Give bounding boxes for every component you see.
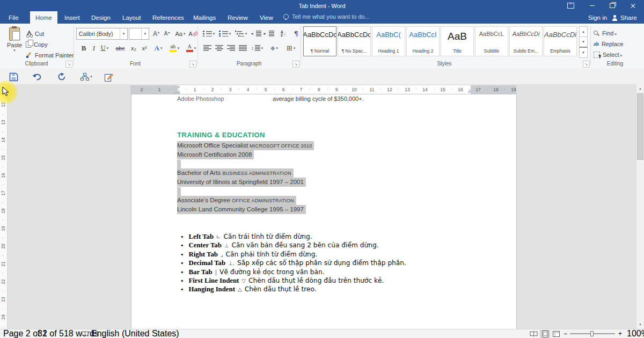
subscript-button[interactable]: x₂	[129, 42, 138, 54]
select-button[interactable]: Select	[594, 50, 622, 59]
style-subtle-emphasis[interactable]: AaBbCcDi Subtle Em...	[509, 26, 543, 56]
tab-references[interactable]: References	[147, 11, 189, 24]
zoom-slider-thumb[interactable]	[590, 331, 594, 336]
selected-text-caps: OFFICE ADMINISTRATION	[232, 198, 294, 203]
edit-document-button[interactable]	[103, 71, 115, 82]
font-name-combo[interactable]: Calibri (Body) ▾	[76, 28, 128, 40]
restore-button[interactable]	[602, 0, 623, 11]
style-emphasis[interactable]: AaBbCcDi Emphasis	[544, 26, 577, 56]
style-heading1[interactable]: AaBbC( Heading 1	[372, 26, 405, 56]
borders-button[interactable]: ⊞	[283, 42, 298, 54]
selected-line: Lincoln Land Community College 1995 – 19…	[177, 205, 306, 214]
ruler-number: 18	[1, 208, 6, 213]
cut-button[interactable]: Cut	[26, 28, 44, 39]
format-painter-button[interactable]: Format Painter	[26, 49, 74, 61]
v-ruler[interactable]: 12131415161718192021222324·············	[0, 94, 8, 329]
find-button[interactable]: Find	[594, 29, 617, 38]
styles-scroll-up-button[interactable]: ▴	[579, 26, 588, 37]
tell-me-box[interactable]: Tell me what you want to do...	[283, 13, 370, 20]
bullet-icon: •	[180, 269, 184, 276]
web-layout-button[interactable]	[551, 330, 561, 337]
style-title[interactable]: AaB Title	[441, 26, 474, 56]
read-mode-button[interactable]	[529, 330, 539, 337]
underline-button[interactable]: U	[99, 42, 111, 54]
sign-in-link[interactable]: Sign in	[583, 11, 612, 24]
tab-review[interactable]: Review	[222, 11, 253, 24]
bullet-list-button[interactable]	[202, 28, 216, 39]
styles-dialog-launcher[interactable]: ↘	[583, 61, 590, 68]
selected-text: Associate’s Degree	[177, 197, 232, 203]
font-color-button[interactable]: A	[185, 42, 197, 54]
ruler-number: ·	[167, 86, 169, 92]
font-dialog-launcher[interactable]: ↘	[189, 61, 196, 68]
ruler-number: 21	[1, 261, 6, 266]
align-left-button[interactable]	[202, 42, 213, 54]
superscript-button[interactable]: x²	[140, 42, 149, 54]
multilevel-list-button[interactable]	[234, 28, 248, 39]
paragraph-dialog-launcher[interactable]: ↘	[292, 61, 299, 68]
align-center-button[interactable]	[214, 42, 224, 54]
styles-scroll-down-button[interactable]: ▾	[579, 36, 588, 47]
print-layout-button[interactable]	[540, 330, 550, 337]
tab-design[interactable]: Design	[86, 11, 116, 24]
share-button[interactable]: Share	[612, 14, 637, 21]
scroll-down-button[interactable]: ▾	[636, 321, 644, 328]
show-formatting-marks-button[interactable]: ¶	[292, 28, 301, 39]
shading-button[interactable]: ◆	[267, 42, 281, 54]
ruler-number: 14	[1, 137, 6, 142]
paste-button[interactable]: Paste ▾	[4, 27, 25, 59]
style-subtitle[interactable]: AaBbCcL Subtitle	[475, 26, 508, 56]
ruler-number: ·	[433, 86, 435, 92]
sort-button[interactable]: AZ↓	[277, 28, 290, 39]
language-indicator[interactable]: English (United States)	[89, 329, 181, 338]
save-button[interactable]	[8, 71, 19, 82]
style-normal[interactable]: AaBbCcDc ¶ Normal	[303, 26, 336, 56]
scroll-up-button[interactable]: ▴	[636, 85, 644, 92]
smartart-tool-button[interactable]	[78, 71, 94, 82]
ruler-tick: ·	[2, 288, 4, 293]
decrease-indent-button[interactable]: ◂	[250, 28, 262, 39]
h-ruler[interactable]: 2112345678910111213141516171819·········…	[130, 85, 516, 94]
clipboard-dialog-launcher[interactable]: ↘	[65, 61, 72, 68]
numbered-list-button[interactable]	[218, 28, 232, 39]
zoom-in-button[interactable]: +	[616, 329, 624, 338]
style-no-spacing[interactable]: AaBbCcDc ¶ No Spac...	[338, 26, 371, 56]
ruler-number: ·	[309, 86, 311, 92]
strikethrough-button[interactable]: abc	[114, 42, 127, 54]
bold-button[interactable]: B	[79, 42, 88, 54]
ribbon-display-options-button[interactable]: ⌃	[560, 0, 581, 11]
tab-file[interactable]: File	[3, 11, 24, 24]
highlight-color-button[interactable]: ab	[167, 42, 181, 54]
change-case-button[interactable]: Aa	[174, 28, 187, 39]
style-heading2[interactable]: AaBbCcI Heading 2	[406, 26, 440, 56]
undo-button[interactable]	[31, 71, 43, 82]
styles-more-button[interactable]: ▾	[579, 47, 588, 58]
underline-label: U	[101, 44, 106, 52]
copy-button[interactable]: Copy	[26, 39, 48, 50]
clear-formatting-button[interactable]: A	[188, 28, 199, 39]
ruler-number: 6	[282, 87, 285, 92]
shrink-font-button[interactable]: A▾	[162, 28, 172, 39]
tab-home[interactable]: Home	[30, 11, 57, 24]
line-spacing-button[interactable]: ↕	[250, 42, 264, 54]
italic-button[interactable]: I	[90, 42, 98, 54]
redo-button[interactable]	[56, 71, 68, 82]
close-button[interactable]	[623, 0, 643, 11]
tab-layout[interactable]: Layout	[117, 11, 147, 24]
align-right-button[interactable]	[225, 42, 236, 54]
tab-mailings[interactable]: Mailings	[188, 11, 221, 24]
increase-indent-button[interactable]: ▸	[263, 28, 275, 39]
tab-insert[interactable]: Insert	[59, 11, 85, 24]
lightbulb-icon	[283, 14, 289, 19]
scrollbar-thumb[interactable]	[637, 93, 643, 160]
style-preview: AaBbCcL	[479, 31, 504, 37]
text-effects-button[interactable]: A	[152, 42, 164, 54]
tab-view[interactable]: View	[254, 11, 279, 24]
font-size-combo[interactable]: ▾	[129, 28, 149, 40]
zoom-out-button[interactable]: −	[561, 329, 569, 338]
zoom-level-indicator[interactable]: 100%	[625, 329, 644, 338]
justify-button[interactable]	[237, 42, 248, 54]
grow-font-button[interactable]: A▴	[151, 28, 161, 39]
replace-button[interactable]: ab Replace	[594, 40, 623, 48]
minimize-button[interactable]	[582, 0, 602, 11]
